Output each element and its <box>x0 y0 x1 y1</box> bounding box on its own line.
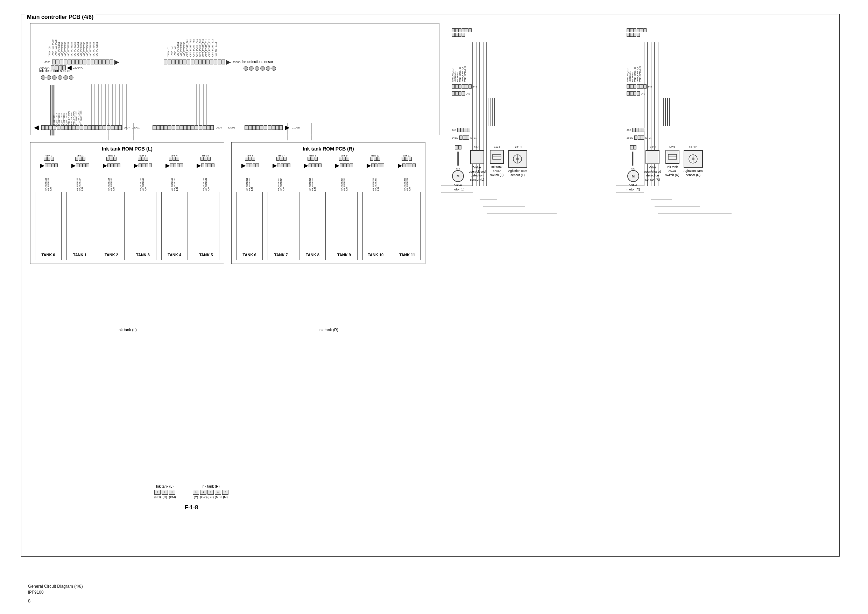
sr10-component: SW4 Ink tankcoverswitch (L) <box>490 145 504 177</box>
top-connectors-left: TANK_C0 TANK_MA_P070 TANK_MA_P075 MC_P0T… <box>45 25 120 66</box>
legend-ink-R: Ink tank (R) 3 4 5 6 7 (Y) (GY) (BK) (MB… <box>193 485 228 499</box>
ink-tank-L-label: Ink tank (L) <box>30 328 224 332</box>
ink-cover-R-label: Ink tankcoverswitch (R) <box>665 165 679 177</box>
footer-model: iPF9100 <box>28 590 83 595</box>
components-row-right: M6 M Valvemotor (R) SR11 Valveopen/close… <box>626 145 703 191</box>
sr11-component: SR11 Valveopen/closeddetectionsensor (R) <box>644 145 661 182</box>
j41-j42-connectors: J41/J ETC. <box>452 135 527 140</box>
rom-pcb-left: Ink tank ROM PCB (L) tank 0 tank 1 <box>30 142 224 264</box>
tank-col-4: MA_RETE119 MA_RETE120 1, N TANK 4 <box>161 170 188 260</box>
components-row-left: M5 M Valvemotor (L) SR9 Valveopen/closed… <box>452 145 527 191</box>
page: Main controller PCB (4/6) <box>0 0 868 614</box>
valve-motor-L-label: Valvemotor (L) <box>452 183 465 191</box>
j-connector-left-top <box>452 28 527 37</box>
valve-motor-right: M6 M Valvemotor (R) <box>626 145 640 191</box>
valve-sensor-R-label: Valveopen/closeddetectionsensor (R) <box>644 166 661 182</box>
rom-pcb-right-top-connectors: tank 6 tank 7 tank 8 <box>232 154 425 162</box>
wire-path-right <box>626 98 703 126</box>
rom-pcb-right: Ink tank ROM PCB (R) tank 6 tank 7 <box>231 142 425 264</box>
rom-pcb-right-arrows: ▶ ▶ <box>232 162 425 169</box>
tank-col-2: MA_RETE115 MA_RETE116 1, N TANK 2 <box>98 170 124 260</box>
bottom-connector-row: ◀ <box>34 124 300 131</box>
j40r-connector: J60 <box>626 128 703 132</box>
tank-col-9: MA_RETE217 MA_RETE218 1, N TANK 9 <box>331 170 358 260</box>
right-right-vlabels: INKBEND_AM NDCD-M01 KDCD-M01 TANK_OPEN_B… <box>626 40 703 82</box>
sr9-component: SR9 Valveopen/closeddetectionsensor (L) <box>469 145 486 182</box>
rom-pcb-left-arrows: ▶ ▶ <box>31 162 224 169</box>
tank-box-11: TANK 11 <box>394 192 420 260</box>
tank-col-11: MA_RETE221 MA_RETE222 1, N TANK 11 <box>394 170 420 260</box>
main-diagram-box: Main controller PCB (4/6) <box>21 14 840 556</box>
rom-pcb-left-top-connectors: tank 0 tank 1 tank 2 <box>31 154 224 162</box>
main-pcb-box: TANK_C0 TANK_MA_P070 TANK_MA_P075 MC_P0T… <box>30 23 439 135</box>
j40-connector: J40 <box>452 128 527 132</box>
tank-box-1: TANK 1 <box>67 192 93 260</box>
footer-section: General Circuit Diagram (4/8) iPF9100 <box>28 583 83 595</box>
tank-col-10: MA_RETE219 MA_RETE220 1, N TANK 10 <box>363 170 389 260</box>
agitation-right: SR12 Agitation camsensor (R) <box>684 145 703 177</box>
m6-symbol: M6 M <box>627 167 639 182</box>
wire-path-left <box>452 98 527 126</box>
j300b-label: J300B <box>232 61 241 64</box>
tank-col-0: MA_RETE111 MA_RETE112 1, N TANK 0 <box>35 170 62 260</box>
main-box-title: Main controller PCB (4/6) <box>25 14 96 20</box>
tank-box-8: TANK 8 <box>299 192 326 260</box>
m5-symbol: M5 M <box>452 167 464 182</box>
right-components-right-group: INKBEND_AM NDCD-M01 KDCD-M01 TANK_OPEN_B… <box>626 28 703 191</box>
right-connector-j46: J46 <box>626 92 703 96</box>
legend-ink-L: Ink tank (L) 0 1 <box>154 485 175 499</box>
tank-col-3: MA_RETE117 MA_RETE118 1, N TANK 3 <box>130 170 157 260</box>
left-side-connector-row2: J46 <box>452 92 527 96</box>
valve-motor-left: M5 M Valvemotor (L) <box>452 145 465 191</box>
right-left-vlabels: INKBEND_AM NDCD-M01 KDCD-M01 TANK_OPEN_B… <box>452 40 527 82</box>
sensor-circles-right <box>243 66 276 71</box>
tank-col-1: MA_RETE113 MA_RETE114 1, N TANK 1 <box>67 170 93 260</box>
left-vlabels: MA_RETE111 MA_RETE112 MA_RETE113 MA_RETE… <box>53 78 82 127</box>
tank-boxes-right: MA_RETE211 MA_RETE212 1, N TANK 6 MA_RET… <box>232 170 425 264</box>
footer-diagram-title: General Circuit Diagram (4/8) <box>28 583 83 590</box>
top-connectors-mid: TANK_C1 TANK_C2 TANK_C3 MC_P0TE6S1 MC_P0… <box>163 25 241 66</box>
right-connector-j45: J45 <box>626 84 703 89</box>
tank-col-7: MA_RETE213 MA_RETE214 1, N TANK 7 <box>268 170 294 260</box>
ink-tank-R-label: Ink tank (R) <box>231 328 425 332</box>
tank-box-0: TANK 0 <box>35 192 62 260</box>
agitation-left: SR10 Agitation camsensor (L) <box>508 145 527 177</box>
tank-box-4: TANK 4 <box>161 192 188 260</box>
ink-cover-L-label: Ink tankcoverswitch (L) <box>490 165 504 177</box>
j61-connector: J61/J ETC. <box>626 135 703 140</box>
tank-col-5: MA_RETE121 MA_RETE122 1, N TANK 5 <box>193 170 219 260</box>
tank-col-8: MA_RETE215 MA_RETE216 1, N TANK 8 <box>299 170 326 260</box>
ink-detection-sensor-left-label: Ink detection sensor <box>39 69 71 73</box>
left-side-connector-row: J45 <box>452 84 527 89</box>
agitation-cam-L-label: Agitation camsensor (L) <box>508 169 527 177</box>
j001-label: J001 <box>45 61 50 64</box>
agitation-cam-R-label: Agitation camsensor (R) <box>684 169 703 177</box>
figure-label: F-1-8 <box>185 504 198 511</box>
tank-box-5: TANK 5 <box>193 192 219 260</box>
legend-row: Ink tank (L) 0 1 <box>154 485 228 499</box>
tank-boxes-left: MA_RETE111 MA_RETE112 1, N TANK 0 MA_RET… <box>31 170 224 264</box>
j-connector-right-top <box>626 28 703 37</box>
sw5-component: SW5 Ink tankcoverswitch (R) <box>665 145 679 177</box>
ink-detection-sensor-right-label: Ink detection sensor <box>242 60 273 64</box>
tank-box-10: TANK 10 <box>363 192 389 260</box>
tank-box-7: TANK 7 <box>268 192 294 260</box>
tank-col-6: MA_RETE211 MA_RETE212 1, N TANK 6 <box>236 170 263 260</box>
tank-box-2: TANK 2 <box>98 192 124 260</box>
tank-box-6: TANK 6 <box>236 192 263 260</box>
valve-sensor-L-label: Valveopen/closeddetectionsensor (L) <box>469 166 486 182</box>
rom-pcb-right-title: Ink tank ROM PCB (R) <box>232 143 425 154</box>
page-number: 8 <box>28 598 31 603</box>
bottom-legend: Ink tank (L) 0 1 <box>154 485 228 511</box>
tank-box-3: TANK 3 <box>130 192 157 260</box>
right-components-left-group: INKBEND_AM NDCD-M01 KDCD-M01 TANK_OPEN_B… <box>452 28 527 191</box>
rom-pcb-left-title: Ink tank ROM PCB (L) <box>31 143 224 154</box>
tank-box-9: TANK 9 <box>331 192 358 260</box>
valve-motor-R-label: Valvemotor (R) <box>626 183 640 191</box>
